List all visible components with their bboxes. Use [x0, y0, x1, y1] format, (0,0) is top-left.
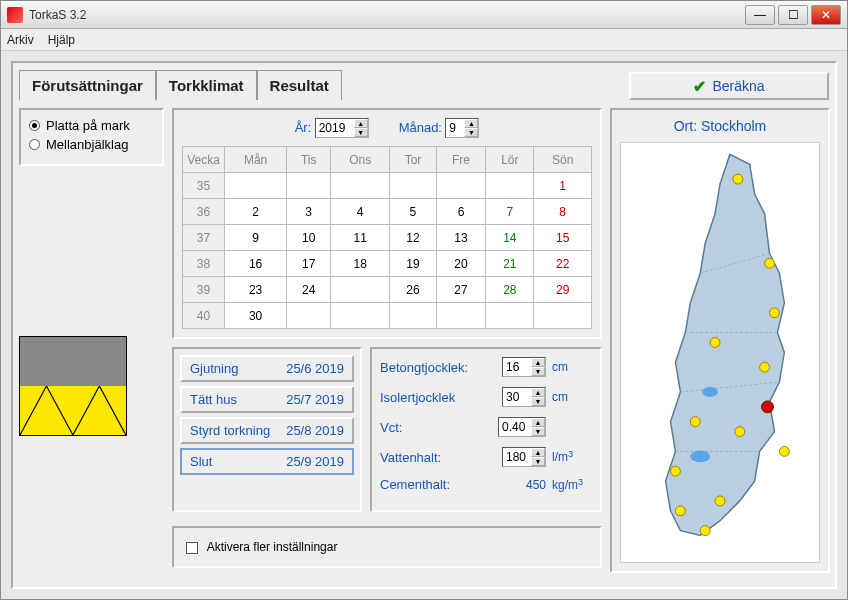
- svg-point-13: [702, 387, 718, 397]
- calendar-day[interactable]: 25: [331, 277, 390, 303]
- calendar-day[interactable]: 18: [331, 251, 390, 277]
- calendar-day[interactable]: 16: [225, 251, 287, 277]
- isoler-input[interactable]: [503, 389, 531, 405]
- calendar-day[interactable]: 2: [225, 199, 287, 225]
- radio-icon: [29, 139, 40, 150]
- svg-point-10: [779, 446, 789, 456]
- ground-diagram: [19, 336, 127, 436]
- isoler-spinner[interactable]: ▲▼: [502, 387, 546, 407]
- construction-type-panel: Platta på mark Mellanbjälklag: [19, 108, 164, 166]
- calendar-day[interactable]: 14: [486, 225, 534, 251]
- calendar-day[interactable]: 4: [331, 199, 390, 225]
- more-settings-checkbox[interactable]: [186, 542, 198, 554]
- date-gjutning[interactable]: Gjutning 25/6 2019: [180, 355, 354, 382]
- cement-unit: kg/m3: [552, 478, 592, 492]
- calendar-table: Vecka Mån Tis Ons Tor Fre Lör Sön 351362…: [182, 146, 592, 329]
- year-spinner[interactable]: ▲▼: [315, 118, 369, 138]
- maximize-button[interactable]: ☐: [778, 5, 808, 25]
- app-icon: [7, 7, 23, 23]
- calendar-day[interactable]: 28: [486, 277, 534, 303]
- calendar-day[interactable]: 8: [534, 199, 592, 225]
- vct-input[interactable]: [499, 419, 531, 435]
- calendar-day[interactable]: 17: [287, 251, 331, 277]
- svg-point-11: [700, 526, 710, 536]
- betong-spinner[interactable]: ▲▼: [502, 357, 546, 377]
- cal-header-tis: Tis: [287, 147, 331, 173]
- vatten-label: Vattenhalt:: [380, 450, 496, 465]
- svg-point-8: [675, 506, 685, 516]
- radio-mellanbjalklag[interactable]: Mellanbjälklag: [29, 137, 154, 152]
- calendar-day[interactable]: 15: [534, 225, 592, 251]
- betong-input[interactable]: [503, 359, 531, 375]
- calendar-day[interactable]: 13: [436, 225, 486, 251]
- year-input[interactable]: [316, 120, 354, 136]
- cement-label: Cementhalt:: [380, 477, 500, 492]
- calendar-day[interactable]: 30: [225, 303, 287, 329]
- compute-button[interactable]: ✔ Beräkna: [629, 72, 829, 100]
- svg-point-9: [715, 496, 725, 506]
- calendar-day[interactable]: 11: [331, 225, 390, 251]
- month-input[interactable]: [446, 120, 464, 136]
- menu-arkiv[interactable]: Arkiv: [7, 33, 34, 47]
- svg-point-14: [690, 450, 710, 462]
- calendar-day[interactable]: 20: [436, 251, 486, 277]
- cal-header-fre: Fre: [436, 147, 486, 173]
- cal-header-man: Mån: [225, 147, 287, 173]
- svg-point-6: [735, 427, 745, 437]
- calendar-day[interactable]: 24: [287, 277, 331, 303]
- minimize-button[interactable]: —: [745, 5, 775, 25]
- tab-torkklimat[interactable]: Torkklimat: [156, 70, 257, 100]
- week-number: 39: [183, 277, 225, 303]
- spin-up-icon[interactable]: ▲: [464, 119, 478, 128]
- vatten-spinner[interactable]: ▲▼: [502, 447, 546, 467]
- cement-val: 450: [506, 478, 546, 492]
- radio-label: Platta på mark: [46, 118, 130, 133]
- tab-forutsattningar[interactable]: Förutsättningar: [19, 70, 156, 101]
- calendar-day[interactable]: 19: [390, 251, 436, 277]
- menu-hjalp[interactable]: Hjälp: [48, 33, 75, 47]
- radio-platta[interactable]: Platta på mark: [29, 118, 154, 133]
- calendar-day[interactable]: 23: [225, 277, 287, 303]
- cal-header-vecka: Vecka: [183, 147, 225, 173]
- week-number: 36: [183, 199, 225, 225]
- calendar-day[interactable]: 21: [486, 251, 534, 277]
- week-number: 37: [183, 225, 225, 251]
- vct-spinner[interactable]: ▲▼: [498, 417, 546, 437]
- window-title: TorkaS 3.2: [29, 8, 745, 22]
- calendar-day[interactable]: 5: [390, 199, 436, 225]
- calendar-day[interactable]: 9: [225, 225, 287, 251]
- tab-resultat[interactable]: Resultat: [257, 70, 342, 100]
- calendar-day[interactable]: 12: [390, 225, 436, 251]
- cal-header-ons: Ons: [331, 147, 390, 173]
- spin-down-icon[interactable]: ▼: [354, 128, 368, 137]
- radio-label: Mellanbjälklag: [46, 137, 128, 152]
- titlebar: TorkaS 3.2 — ☐ ✕: [1, 1, 847, 29]
- calendar-day[interactable]: 10: [287, 225, 331, 251]
- calendar-day[interactable]: 3: [287, 199, 331, 225]
- calendar-day[interactable]: 1: [534, 173, 592, 199]
- month-spinner[interactable]: ▲▼: [445, 118, 479, 138]
- calendar-day[interactable]: 22: [534, 251, 592, 277]
- calendar-day: [390, 303, 436, 329]
- date-tatt-hus[interactable]: Tätt hus 25/7 2019: [180, 386, 354, 413]
- close-button[interactable]: ✕: [811, 5, 841, 25]
- calendar-panel: År: ▲▼ Månad: ▲▼: [172, 108, 602, 339]
- calendar-day[interactable]: 29: [534, 277, 592, 303]
- map-sweden[interactable]: [620, 142, 820, 563]
- svg-point-4: [760, 362, 770, 372]
- calendar-day[interactable]: 27: [436, 277, 486, 303]
- calendar-day: [331, 303, 390, 329]
- svg-point-0: [733, 174, 743, 184]
- calendar-day[interactable]: 26: [390, 277, 436, 303]
- calendar-day[interactable]: 6: [436, 199, 486, 225]
- calendar-day[interactable]: 7: [486, 199, 534, 225]
- vatten-input[interactable]: [503, 449, 531, 465]
- vct-label: Vct:: [380, 420, 492, 435]
- spin-up-icon[interactable]: ▲: [354, 119, 368, 128]
- spin-down-icon[interactable]: ▼: [464, 128, 478, 137]
- calendar-day: [390, 173, 436, 199]
- calendar-day: [436, 173, 486, 199]
- week-number: 38: [183, 251, 225, 277]
- date-slut[interactable]: Slut 25/9 2019: [180, 448, 354, 475]
- date-styrd-torkning[interactable]: Styrd torkning 25/8 2019: [180, 417, 354, 444]
